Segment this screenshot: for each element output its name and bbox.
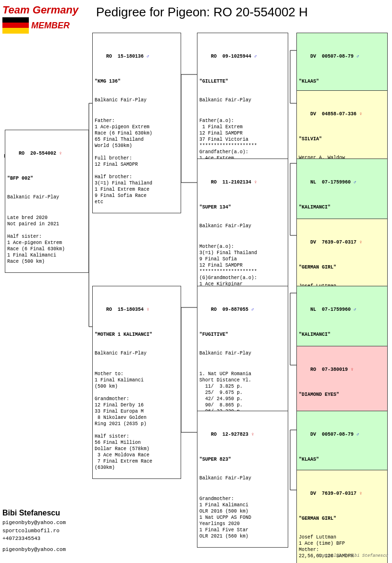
col3-4-name: "GERMAN GIRL": [299, 264, 385, 270]
svg-rect-2: [2, 28, 29, 34]
main-pigeon-loft: Balkanic Fair-Play: [7, 194, 86, 200]
col2-top-bottom-loft: Balkanic Fair-Play: [199, 223, 286, 229]
main-pigeon-notes: Late bred 2020 Not paired in 2021 Half s…: [7, 215, 86, 265]
col2-bottom-bottom-name: "SUPER 823": [199, 456, 286, 463]
footer-email1: pigeonbyby@yahoo.com: [2, 519, 66, 527]
footer-block: Bibi Stefanescu pigeonbyby@yahoo.com spo…: [2, 507, 66, 553]
col1-bottom-id: RO 15-180354 ♀: [95, 300, 179, 319]
col3-5-id: NL 07-1759960 ♂: [299, 300, 385, 319]
logo-block: Team Germany MEMBER: [2, 4, 91, 34]
col3-2-id: DV 04858-07-336 ♀: [299, 105, 385, 123]
col3-card-8: DV 7639-07-0317 ♀ "GERMAN GIRL" Josef Lu…: [296, 470, 388, 563]
col2-bottom-bottom-card: RO 12-927823 ♀ "SUPER 823" Balkanic Fair…: [197, 411, 288, 548]
col3-6-name: "DIAMOND EYES": [299, 392, 385, 398]
col1-top-name: "KMG 136": [95, 78, 179, 85]
col2-bottom-top-loft: Balkanic Fair-Play: [199, 350, 286, 356]
footer-website: sportcolumbofil.ro: [2, 527, 66, 535]
footer-name: Bibi Stefanescu: [2, 507, 66, 519]
col1-bottom-name: "MOTHER 1 KALIMANCI": [95, 331, 179, 338]
col2-bottom-top-id: RO 09-887055 ♂: [199, 300, 286, 319]
page-title: Pedigree for Pigeon: RO 20-554002 H: [96, 5, 308, 20]
col2-top-top-loft: Balkanic Fair-Play: [199, 97, 286, 103]
col2-bottom-bottom-notes: Grandmother: 1 Final Kalimanci OLR 2016 …: [199, 496, 286, 539]
col2-top-bottom-id: RO 11-2102134 ♀: [199, 173, 286, 192]
col3-8-id: DV 7639-07-0317 ♀: [299, 484, 385, 503]
main-pigeon-name: "BFP 002": [7, 175, 86, 182]
col1-top-card: RO 15-180136 ♂ "KMG 136" Balkanic Fair-P…: [92, 33, 181, 213]
col3-8-name: "GERMAN GIRL": [299, 515, 385, 522]
col3-6-id: RO 07-380019 ♀: [299, 360, 385, 379]
main-pigeon-card: RO 20-554002 ♀ "BFP 002" Balkanic Fair-P…: [5, 130, 89, 273]
col2-top-top-id: RO 09-1025944 ♂: [199, 47, 286, 66]
col3-3-id: NL 07-1759960 ♂: [299, 173, 385, 192]
col1-top-notes: Father: 1 Ace-pigeon Extrem Race (6 Fina…: [95, 118, 179, 205]
german-flag-icon: [2, 17, 29, 34]
col3-5-name: "KALIMANCI": [299, 331, 385, 338]
svg-rect-0: [2, 17, 29, 23]
col3-7-name: "KLAAS": [299, 456, 385, 463]
col1-bottom-notes: Mother to: 1 Final Kalimanci (500 km) Gr…: [95, 371, 179, 471]
logo-member-label: MEMBER: [31, 21, 70, 31]
col1-top-loft: Balkanic Fair-Play: [95, 97, 179, 103]
footer-phone: +40723345543: [2, 535, 66, 543]
footer-email2: pigeonbyby@yahoo.com: [2, 546, 66, 554]
logo-team-germany: Team Germany: [2, 4, 91, 16]
col2-bottom-bottom-id: RO 12-927823 ♀: [199, 425, 286, 444]
col3-7-id: DV 00507-08-79 ♂: [299, 425, 385, 444]
col2-bottom-bottom-loft: Balkanic Fair-Play: [199, 475, 286, 481]
col1-bottom-card: RO 15-180354 ♀ "MOTHER 1 KALIMANCI" Balk…: [92, 286, 181, 479]
col3-1-id: DV 00507-08-79 ♂: [299, 47, 385, 66]
col3-4-id: DV 7639-07-0317 ♀: [299, 233, 385, 252]
col3-3-name: "KALIMANCI": [299, 204, 385, 210]
col2-bottom-top-name: "FUGITIVE": [199, 331, 286, 338]
col2-top-bottom-name: "SUPER 134": [199, 204, 286, 210]
main-pigeon-id: RO 20-554002 ♀: [7, 144, 86, 163]
col3-2-name: "SILVIA": [299, 136, 385, 142]
compuclub-label: Compuclub © Bibi Stefanescu: [318, 553, 388, 558]
col1-bottom-loft: Balkanic Fair-Play: [95, 350, 179, 356]
col1-top-id: RO 15-180136 ♂: [95, 47, 179, 66]
col2-top-top-name: "GILLETTE": [199, 78, 286, 85]
svg-rect-1: [2, 23, 29, 28]
col3-1-name: "KLAAS": [299, 78, 385, 85]
